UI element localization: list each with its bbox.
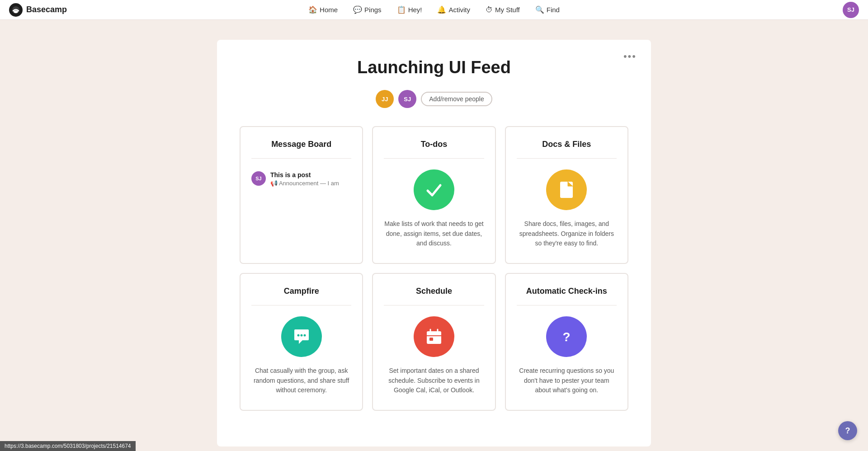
- chat-icon: [291, 326, 312, 348]
- tool-divider-docs: [517, 158, 617, 159]
- svg-rect-2: [560, 182, 573, 198]
- status-url: https://3.basecamp.com/5031803/projects/…: [5, 443, 131, 449]
- nav-pings-label: Pings: [364, 6, 382, 14]
- post-item: SJ This is a post 📢 Announcement — I am: [251, 171, 351, 187]
- checkins-icon-circle: ?: [546, 316, 587, 357]
- pings-icon: 💬: [353, 5, 362, 14]
- calendar-icon: [423, 326, 445, 348]
- tool-title-docs: Docs & Files: [542, 140, 591, 149]
- tool-desc-campfire: Chat casually with the group, ask random…: [251, 366, 351, 395]
- add-remove-people-button[interactable]: Add/remove people: [421, 92, 492, 106]
- campfire-icon-circle: [281, 316, 322, 357]
- person-initials-sj: SJ: [404, 96, 411, 103]
- project-container: ••• Launching UI Feed JJ SJ Add/remove p…: [217, 40, 651, 446]
- logo[interactable]: Basecamp: [9, 3, 67, 17]
- nav-activity-label: Activity: [448, 6, 470, 14]
- tool-title-campfire: Campfire: [284, 287, 319, 296]
- help-icon: ?: [845, 426, 850, 436]
- person-avatar-sj[interactable]: SJ: [398, 90, 416, 108]
- tool-desc-todos: Make lists of work that needs to get don…: [384, 219, 484, 249]
- nav-hey[interactable]: 📋 Hey!: [391, 3, 429, 17]
- nav-pings[interactable]: 💬 Pings: [347, 3, 388, 17]
- tool-grid: Message Board SJ This is a post 📢 Announ…: [240, 126, 628, 411]
- tool-title-schedule: Schedule: [416, 287, 452, 296]
- schedule-icon-circle: [414, 316, 454, 357]
- person-initials-jj: JJ: [382, 96, 388, 103]
- post-avatar-initials: SJ: [255, 176, 261, 181]
- find-icon: 🔍: [535, 5, 544, 14]
- people-row: JJ SJ Add/remove people: [240, 90, 628, 108]
- post-title: This is a post: [270, 171, 339, 179]
- post-subtitle: 📢 Announcement — I am: [270, 180, 339, 187]
- nav-find-label: Find: [547, 6, 560, 14]
- tool-card-docs[interactable]: Docs & Files Share docs, files, images, …: [505, 126, 628, 264]
- tool-divider-campfire: [251, 305, 351, 305]
- svg-point-4: [300, 334, 302, 337]
- docs-icon-circle: [546, 169, 587, 210]
- nav-links: 🏠 Home 💬 Pings 📋 Hey! 🔔 Activity ⏱ My St…: [302, 3, 566, 17]
- nav-hey-label: Hey!: [408, 6, 422, 14]
- tool-divider-message-board: [251, 158, 351, 159]
- home-icon: 🏠: [308, 5, 317, 14]
- svg-rect-10: [429, 338, 433, 341]
- nav-mystuff-label: My Stuff: [495, 6, 520, 14]
- question-icon: ?: [556, 326, 577, 348]
- tool-card-campfire[interactable]: Campfire Chat casually with the group, a…: [240, 273, 363, 411]
- svg-text:?: ?: [563, 330, 571, 344]
- user-avatar-initials: SJ: [847, 6, 854, 13]
- hey-icon: 📋: [397, 5, 406, 14]
- document-icon: [556, 179, 577, 201]
- svg-point-5: [303, 334, 306, 337]
- tool-desc-checkins: Create recurring questions so you don't …: [517, 366, 617, 395]
- activity-icon: 🔔: [437, 5, 446, 14]
- main-content: ••• Launching UI Feed JJ SJ Add/remove p…: [0, 20, 868, 451]
- tool-title-message-board: Message Board: [251, 140, 351, 149]
- tool-card-checkins[interactable]: Automatic Check-ins ? Create recurring q…: [505, 273, 628, 411]
- user-avatar[interactable]: SJ: [843, 2, 859, 18]
- nav-home[interactable]: 🏠 Home: [302, 3, 344, 17]
- nav-find[interactable]: 🔍 Find: [529, 3, 566, 17]
- nav-activity[interactable]: 🔔 Activity: [431, 3, 476, 17]
- nav-home-label: Home: [320, 6, 338, 14]
- tool-card-todos[interactable]: To-dos Make lists of work that needs to …: [372, 126, 495, 264]
- svg-point-1: [14, 10, 18, 13]
- logo-icon: [9, 3, 23, 17]
- mystuff-icon: ⏱: [486, 6, 493, 14]
- tool-title-checkins: Automatic Check-ins: [526, 287, 607, 296]
- nav-mystuff[interactable]: ⏱ My Stuff: [479, 3, 526, 17]
- post-text-block: This is a post 📢 Announcement — I am: [270, 171, 339, 187]
- svg-rect-7: [427, 331, 441, 336]
- tool-title-todos: To-dos: [421, 140, 448, 149]
- tool-divider-todos: [384, 158, 484, 159]
- help-button[interactable]: ?: [838, 421, 857, 440]
- logo-text: Basecamp: [26, 5, 67, 14]
- navbar: Basecamp 🏠 Home 💬 Pings 📋 Hey! 🔔 Activit…: [0, 0, 868, 20]
- tool-desc-docs: Share docs, files, images, and spreadshe…: [517, 219, 617, 249]
- svg-point-3: [297, 334, 299, 337]
- todos-icon-circle: [414, 169, 454, 210]
- more-options-button[interactable]: •••: [620, 49, 640, 64]
- tool-card-message-board[interactable]: Message Board SJ This is a post 📢 Announ…: [240, 126, 363, 264]
- status-bar: https://3.basecamp.com/5031803/projects/…: [0, 441, 136, 451]
- tool-divider-schedule: [384, 305, 484, 305]
- project-title: Launching UI Feed: [240, 58, 628, 77]
- tool-card-schedule[interactable]: Schedule Set important dates on a shared…: [372, 273, 495, 411]
- person-avatar-jj[interactable]: JJ: [376, 90, 394, 108]
- post-avatar: SJ: [251, 171, 266, 186]
- checkmark-icon: [423, 179, 445, 201]
- tool-divider-checkins: [517, 305, 617, 305]
- tool-desc-schedule: Set important dates on a shared schedule…: [384, 366, 484, 395]
